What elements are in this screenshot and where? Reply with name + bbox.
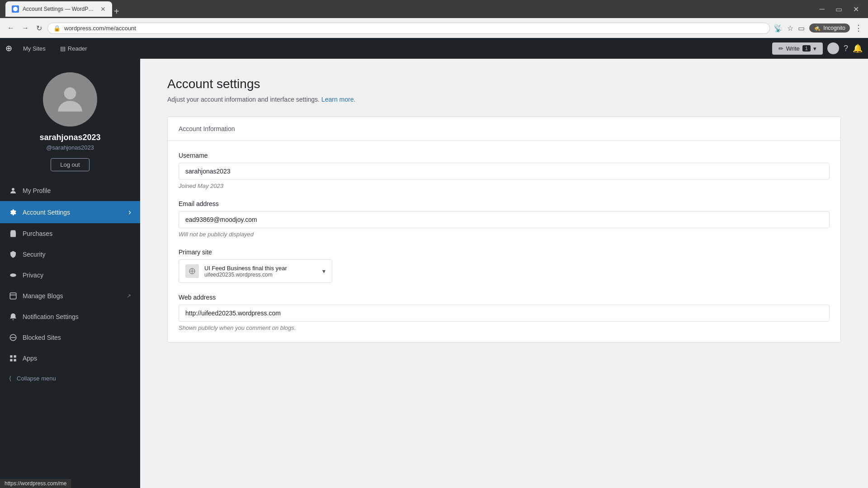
active-tab[interactable]: Account Settings — WordPress.c... ✕ <box>5 1 112 17</box>
site-name: UI Feed Business final this year <box>204 265 317 272</box>
sidebar-item-security[interactable]: Security <box>0 244 140 265</box>
toolbar-avatar[interactable] <box>827 42 839 54</box>
email-label: Email address <box>179 200 830 207</box>
sidebar-item-my-profile[interactable]: My Profile <box>0 180 140 201</box>
web-address-input[interactable] <box>179 305 830 322</box>
browser-chrome: Account Settings — WordPress.c... ✕ + ─ … <box>0 0 868 38</box>
svg-point-2 <box>12 188 14 191</box>
sidebar-item-blocked-sites[interactable]: Blocked Sites <box>0 327 140 348</box>
site-url: uifeed20235.wordpress.com <box>204 272 317 278</box>
sidebar-item-purchases[interactable]: Purchases <box>0 223 140 244</box>
svg-point-4 <box>12 274 14 276</box>
email-hint: Will not be publicly displayed <box>179 231 830 238</box>
svg-rect-11 <box>10 359 12 361</box>
blogs-icon <box>9 292 17 300</box>
back-button[interactable]: ← <box>5 22 16 34</box>
collapse-label: Collapse menu <box>17 375 56 382</box>
svg-rect-5 <box>10 293 16 299</box>
incognito-icon: 🕵 <box>814 25 821 31</box>
sidebar-nav: My Profile Account Settings › Purchases <box>0 180 140 488</box>
svg-point-0 <box>13 7 18 11</box>
notification-settings-label: Notification Settings <box>23 313 79 320</box>
close-window-button[interactable]: ✕ <box>849 4 863 14</box>
email-input[interactable] <box>179 211 830 228</box>
external-link-icon: ↗ <box>127 293 131 299</box>
write-button[interactable]: ✏ Write 1 ▾ <box>772 42 823 55</box>
collapse-menu-button[interactable]: ⟨ Collapse menu <box>0 369 140 388</box>
username-label: Username <box>179 152 830 159</box>
sidebar-profile: sarahjonas2023 @sarahjonas2023 Log out <box>0 59 140 180</box>
account-info-card: Account Information Username Joined May … <box>167 117 841 343</box>
wp-logo-icon[interactable]: ⊕ <box>5 43 12 53</box>
cast-icon[interactable]: 📡 <box>774 24 783 33</box>
sidebar-item-privacy[interactable]: Privacy <box>0 265 140 286</box>
svg-point-1 <box>64 87 76 99</box>
reload-button[interactable]: ↻ <box>34 22 44 34</box>
logout-button[interactable]: Log out <box>51 158 89 171</box>
reader-link[interactable]: ▤ Reader <box>57 45 91 52</box>
help-icon[interactable]: ? <box>844 44 848 53</box>
sidebar: sarahjonas2023 @sarahjonas2023 Log out M… <box>0 59 140 488</box>
page-subtitle: Adjust your account information and inte… <box>167 96 841 103</box>
site-chevron-icon: ▾ <box>322 267 326 275</box>
gear-icon <box>9 208 17 216</box>
profile-avatar <box>43 72 97 127</box>
minimize-button[interactable]: ─ <box>816 4 828 14</box>
my-sites-link[interactable]: My Sites <box>19 45 49 52</box>
shield-icon <box>9 250 17 258</box>
blocked-sites-label: Blocked Sites <box>23 334 61 341</box>
my-profile-label: My Profile <box>23 187 51 194</box>
reader-icon: ▤ <box>60 45 66 52</box>
star-icon[interactable]: ☆ <box>787 24 793 33</box>
joined-hint: Joined May 2023 <box>179 183 830 189</box>
privacy-label: Privacy <box>23 272 43 279</box>
write-count-badge: 1 <box>802 45 811 52</box>
email-field-group: Email address Will not be publicly displ… <box>168 189 840 238</box>
profile-handle: @sarahjonas2023 <box>46 144 94 151</box>
username-input[interactable] <box>179 163 830 180</box>
site-info: UI Feed Business final this year uifeed2… <box>204 265 317 278</box>
page-title: Account settings <box>167 77 841 91</box>
browser-right-controls: 📡 ☆ ▭ 🕵 Incognito ⋮ <box>774 23 863 33</box>
bag-icon <box>9 230 17 238</box>
address-bar-container[interactable]: 🔒 <box>47 23 770 34</box>
purchases-label: Purchases <box>23 230 52 237</box>
more-options-icon[interactable]: ⋮ <box>854 23 863 33</box>
apps-label: Apps <box>23 355 37 362</box>
sidebar-item-manage-blogs[interactable]: Manage Blogs ↗ <box>0 286 140 306</box>
tab-favicon <box>12 5 19 13</box>
sidebar-browser-icon[interactable]: ▭ <box>798 24 805 33</box>
learn-more-link[interactable]: Learn more. <box>321 96 355 103</box>
grid-icon <box>9 354 17 362</box>
status-bar: https://wordpress.com/me <box>0 479 71 488</box>
site-favicon <box>185 264 199 278</box>
pencil-icon: ✏ <box>778 45 783 52</box>
main-content: Account settings Adjust your account inf… <box>140 59 868 488</box>
primary-site-selector[interactable]: UI Feed Business final this year uifeed2… <box>179 259 332 283</box>
manage-blogs-label: Manage Blogs <box>23 292 63 300</box>
incognito-badge: 🕵 Incognito <box>809 23 850 33</box>
sidebar-item-account-settings[interactable]: Account Settings › <box>0 201 140 223</box>
site-favicon-icon <box>188 267 196 275</box>
close-tab-button[interactable]: ✕ <box>100 5 106 13</box>
notifications-icon[interactable]: 🔔 <box>853 43 863 53</box>
browser-addressbar-row: ← → ↻ 🔒 📡 ☆ ▭ 🕵 Incognito ⋮ <box>0 18 868 38</box>
browser-tabs: Account Settings — WordPress.c... ✕ + <box>5 1 812 17</box>
sidebar-item-apps[interactable]: Apps <box>0 348 140 369</box>
maximize-button[interactable]: ▭ <box>832 4 846 14</box>
forward-button[interactable]: → <box>20 22 31 34</box>
primary-site-label: Primary site <box>179 249 830 256</box>
svg-rect-10 <box>14 355 16 357</box>
avatar-person-icon <box>52 81 88 117</box>
address-input[interactable] <box>64 25 764 32</box>
profile-username: sarahjonas2023 <box>39 133 100 142</box>
lock-icon: 🔒 <box>53 25 61 32</box>
sidebar-item-notification-settings[interactable]: Notification Settings <box>0 306 140 327</box>
tab-title: Account Settings — WordPress.c... <box>23 6 95 12</box>
svg-rect-9 <box>10 355 12 357</box>
new-tab-button[interactable]: + <box>114 6 119 17</box>
toolbar-right: ✏ Write 1 ▾ ? 🔔 <box>772 42 863 55</box>
eye-icon <box>9 271 17 279</box>
web-address-label: Web address <box>179 294 830 301</box>
incognito-label: Incognito <box>823 25 845 31</box>
